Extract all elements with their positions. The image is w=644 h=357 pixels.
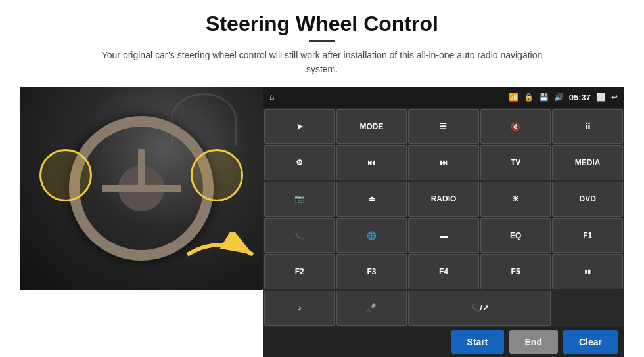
yellow-arrow (181, 232, 260, 280)
f2-button[interactable]: F2 (264, 254, 335, 289)
f4-button[interactable]: F4 (408, 254, 479, 289)
brightness-button[interactable]: ☀ (480, 182, 551, 217)
screen-icon: ⬜ (596, 93, 606, 102)
steering-wheel-inner (118, 165, 164, 211)
start-button[interactable]: Start (451, 330, 504, 354)
home-icon[interactable]: ⌂ (269, 93, 274, 102)
status-right: 📶 🔒 💾 🔊 05:37 ⬜ ↩ (509, 93, 618, 102)
settings-button[interactable]: ⚙ (264, 145, 335, 180)
dvd-button[interactable]: DVD (552, 182, 623, 217)
mode-button[interactable]: MODE (336, 109, 407, 144)
action-bar: Start End Clear (263, 327, 624, 357)
spoke-right (141, 185, 181, 192)
clear-button[interactable]: Clear (563, 330, 618, 354)
control-panel: ⌂ 📶 🔒 💾 🔊 05:37 ⬜ ↩ ➤ MODE ☰ 🔇 (263, 87, 624, 357)
page-container: Steering Wheel Control Your original car… (0, 0, 644, 357)
apps-button[interactable]: ⠿ (552, 109, 623, 144)
f3-button[interactable]: F3 (336, 254, 407, 289)
music-button[interactable]: ♪ (264, 291, 335, 326)
lock-icon: 🔒 (524, 93, 534, 102)
steering-wheel-image (20, 87, 263, 290)
back-icon[interactable]: ↩ (611, 93, 618, 102)
f5-button[interactable]: F5 (480, 254, 551, 289)
status-time: 05:37 (569, 93, 591, 102)
f1-button[interactable]: F1 (552, 218, 623, 253)
eject-button[interactable]: ⏏ (336, 182, 407, 217)
sd-icon: 💾 (539, 93, 549, 102)
spoke-top (138, 149, 145, 188)
ie-button[interactable]: 🌐 (336, 218, 407, 253)
wifi-icon: 📶 (509, 93, 518, 102)
mic-button[interactable]: 🎤 (336, 291, 407, 326)
circle-highlight-left (39, 149, 92, 201)
title-underline (309, 40, 335, 42)
bluetooth-icon: 🔊 (554, 93, 564, 102)
eq-button[interactable]: EQ (480, 218, 551, 253)
menu-button[interactable]: ☰ (408, 109, 479, 144)
prev-button[interactable]: ⏮ (336, 145, 407, 180)
status-bar: ⌂ 📶 🔒 💾 🔊 05:37 ⬜ ↩ (263, 87, 624, 108)
button-grid: ➤ MODE ☰ 🔇 ⠿ ⚙ ⏮ ⏭ TV MEDIA 📷 ⏏ RADIO ☀ … (263, 108, 624, 327)
page-subtitle: Your original car’s steering wheel contr… (92, 49, 552, 76)
next-button[interactable]: ⏭ (408, 145, 479, 180)
radio-button[interactable]: RADIO (408, 182, 479, 217)
nav-button[interactable]: ➤ (264, 109, 335, 144)
circle-highlight-right (191, 149, 243, 201)
status-left: ⌂ (269, 93, 274, 102)
window-button[interactable]: ▬ (408, 218, 479, 253)
tv-button[interactable]: TV (480, 145, 551, 180)
spoke-left (102, 185, 141, 192)
media-button[interactable]: MEDIA (552, 145, 623, 180)
playpause-button[interactable]: ⏯ (552, 254, 623, 289)
cam360-button[interactable]: 📷 (264, 182, 335, 217)
phone-button[interactable]: 📞 (264, 218, 335, 253)
page-title: Steering Wheel Control (206, 12, 438, 36)
call-button[interactable]: 📞/↗ (408, 291, 551, 326)
mute-button[interactable]: 🔇 (480, 109, 551, 144)
content-row: ⌂ 📶 🔒 💾 🔊 05:37 ⬜ ↩ ➤ MODE ☰ 🔇 (20, 87, 624, 357)
end-button[interactable]: End (509, 330, 558, 354)
